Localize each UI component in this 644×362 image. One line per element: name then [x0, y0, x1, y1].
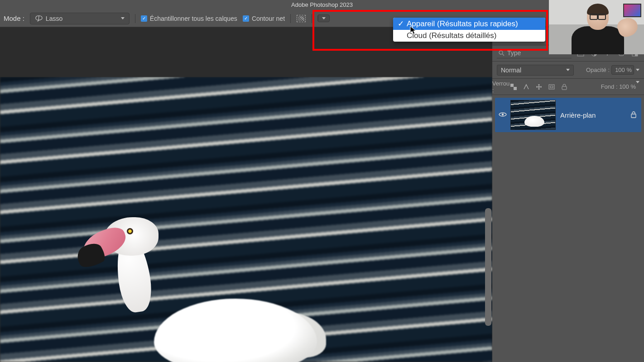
options-bar: Mode : Lasso ✓ Échantillonner tous les c… — [0, 10, 644, 27]
checkbox-checked-icon: ✓ — [141, 15, 147, 22]
separator — [290, 14, 291, 23]
layer-thumbnail[interactable] — [510, 100, 556, 130]
layer-visibility-toggle[interactable] — [495, 111, 510, 119]
mode-select[interactable]: Lasso — [30, 13, 130, 24]
lock-fill-row: Verrou : Fond : 100 % — [492, 79, 644, 95]
lasso-icon — [35, 15, 43, 22]
canvas[interactable] — [0, 77, 492, 362]
blend-mode-select[interactable]: Normal — [497, 65, 574, 76]
svg-rect-10 — [549, 85, 554, 89]
svg-point-0 — [499, 51, 503, 54]
menu-item-label: Cloud (Résultats détaillés) — [407, 31, 496, 40]
lock-transparency-icon[interactable] — [509, 83, 518, 91]
fill-label: Fond : — [601, 83, 618, 90]
mouse-cursor-icon — [410, 26, 417, 35]
lock-position-icon[interactable] — [535, 83, 543, 91]
select-subject-button[interactable]: Sélectionner un sujet — [317, 14, 330, 22]
layer-type-filter-label: Type — [507, 49, 521, 57]
svg-rect-9 — [514, 87, 517, 90]
caret-down-icon — [636, 69, 639, 71]
svg-rect-8 — [510, 84, 514, 87]
blend-opacity-row: Normal Opacité : 100 % — [492, 62, 644, 79]
fill-input[interactable]: 100 % — [619, 83, 636, 90]
webcam-overlay — [549, 0, 644, 54]
layer-locked-icon[interactable] — [630, 111, 637, 119]
separator — [135, 14, 135, 23]
sample-all-layers-label: Échantillonner tous les calques — [150, 15, 237, 22]
mode-label: Mode : — [4, 14, 24, 22]
webcam-presenter — [572, 5, 624, 54]
search-icon — [499, 50, 505, 56]
select-and-mask-icon[interactable] — [296, 14, 306, 24]
opacity-input[interactable]: 100 % — [611, 65, 634, 75]
checkbox-checked-icon: ✓ — [243, 15, 249, 22]
lock-all-icon[interactable] — [560, 83, 568, 91]
select-subject-dropdown-toggle[interactable] — [318, 15, 329, 22]
window-title: Adobe Photoshop 2023 — [0, 0, 644, 10]
eye-icon — [499, 112, 507, 117]
vertical-scrollbar[interactable] — [485, 208, 491, 326]
caret-down-icon — [121, 17, 125, 19]
svg-rect-12 — [562, 86, 567, 90]
lock-artboard-icon[interactable] — [548, 83, 556, 91]
blend-mode-value: Normal — [501, 67, 521, 74]
layers-list: Arrière-plan — [492, 95, 644, 362]
antialias-label: Contour net — [252, 15, 285, 22]
separator — [312, 14, 312, 23]
menu-item-label: Appareil (Résultats plus rapides) — [407, 19, 518, 29]
mode-value: Lasso — [46, 15, 62, 22]
layer-row[interactable]: Arrière-plan — [495, 98, 641, 132]
webcam-background-frame — [623, 4, 641, 17]
svg-rect-11 — [550, 86, 553, 88]
caret-down-icon — [636, 81, 639, 90]
lock-label: Verrou : — [497, 83, 505, 91]
checkmark-icon: ✓ — [398, 19, 404, 29]
svg-line-1 — [502, 54, 504, 56]
svg-rect-14 — [631, 114, 636, 118]
document-area — [0, 27, 492, 362]
layer-name[interactable]: Arrière-plan — [560, 111, 630, 119]
caret-down-icon — [566, 69, 570, 71]
canvas-image-subject — [63, 226, 317, 362]
caret-down-icon — [322, 17, 326, 19]
opacity-label: Opacité : — [586, 67, 610, 73]
sample-all-layers-checkbox[interactable]: ✓ Échantillonner tous les calques — [141, 15, 237, 22]
antialias-checkbox[interactable]: ✓ Contour net — [243, 15, 285, 22]
lock-image-icon[interactable] — [522, 83, 530, 91]
svg-point-13 — [502, 114, 504, 115]
right-panels: Type T Normal Opacité : 100 % Verrou : F… — [492, 27, 644, 362]
